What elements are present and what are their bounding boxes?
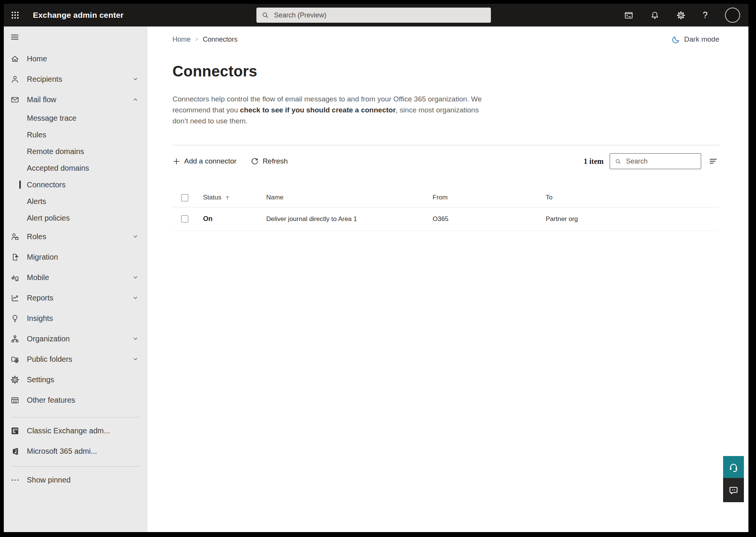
refresh-button[interactable]: Refresh	[251, 157, 288, 165]
list-toolbar: Add a connector Refresh 1 item	[172, 153, 719, 169]
app-launcher-icon	[11, 11, 20, 20]
sidebar-item-public-folders[interactable]: Public folders	[4, 349, 147, 369]
lightbulb-icon	[11, 314, 19, 323]
sidebar-item-remote-domains[interactable]: Remote domains	[4, 143, 147, 160]
chevron-down-icon	[132, 233, 138, 240]
sidebar-item-label: Other features	[27, 396, 75, 405]
column-header-status[interactable]: Status	[203, 194, 266, 201]
sidebar-item-insights[interactable]: Insights	[4, 308, 147, 328]
floating-actions	[723, 456, 744, 502]
sidebar-item-accepted-domains[interactable]: Accepted domains	[4, 160, 147, 176]
page-title: Connectors	[172, 63, 719, 80]
app-window: Exchange admin center ?	[4, 4, 748, 532]
sidebar-item-organization[interactable]: Organization	[4, 328, 147, 349]
chat-bubble-icon	[728, 485, 739, 495]
sidebar-item-label: Classic Exchange adm...	[27, 426, 110, 435]
add-connector-button[interactable]: Add a connector	[172, 157, 236, 165]
settings-button[interactable]	[677, 11, 685, 20]
column-header-from[interactable]: From	[433, 194, 546, 201]
list-search-input[interactable]	[625, 157, 697, 166]
column-header-to[interactable]: To	[546, 194, 719, 201]
sidebar-item-label: Mail flow	[27, 95, 56, 104]
main-content: Home Connectors Dark mode Connectors Con…	[147, 26, 748, 532]
row-to: Partner org	[546, 215, 719, 223]
sidebar-item-alerts[interactable]: Alerts	[4, 193, 147, 210]
powershell-button[interactable]	[624, 11, 633, 20]
sidebar-item-connectors[interactable]: Connectors	[4, 176, 147, 193]
mail-icon	[11, 95, 19, 104]
sidebar-item-label: Home	[27, 54, 47, 63]
breadcrumb-home-link[interactable]: Home	[172, 36, 191, 44]
account-avatar[interactable]	[725, 8, 740, 23]
headset-icon	[728, 462, 739, 472]
sidebar-item-settings[interactable]: Settings	[4, 369, 147, 390]
sidebar-item-recipients[interactable]: Recipients	[4, 69, 147, 89]
office-logo-icon	[11, 447, 19, 456]
support-button[interactable]	[723, 456, 744, 478]
sidebar-item-rules[interactable]: Rules	[4, 126, 147, 143]
select-all-checkbox[interactable]	[181, 194, 188, 201]
column-header-label: Status	[203, 194, 221, 201]
sidebar-item-other-features[interactable]: Other features	[4, 390, 147, 410]
person-badge-icon	[11, 232, 19, 241]
sidebar-item-label: Alerts	[27, 197, 46, 206]
document-arrow-icon	[11, 253, 19, 261]
sidebar-item-message-trace[interactable]: Message trace	[4, 110, 147, 126]
sort-ascending-icon	[225, 195, 230, 201]
row-status: On	[203, 215, 266, 223]
sidebar-item-label: Roles	[27, 232, 46, 241]
sidebar-item-mobile[interactable]: Mobile	[4, 267, 147, 288]
add-connector-label: Add a connector	[184, 157, 236, 165]
top-bar: Exchange admin center ?	[4, 4, 748, 26]
sidebar-item-label: Insights	[27, 314, 53, 323]
create-connector-check-link[interactable]: check to see if you should create a conn…	[240, 106, 396, 114]
sidebar-item-alert-policies[interactable]: Alert policies	[4, 210, 147, 226]
help-button[interactable]: ?	[703, 11, 708, 20]
search-icon	[262, 11, 269, 19]
item-count: 1 item	[584, 157, 604, 166]
dark-mode-toggle[interactable]: Dark mode	[672, 35, 719, 44]
sidebar-item-migration[interactable]: Migration	[4, 247, 147, 267]
sidebar-item-label: Connectors	[27, 181, 65, 189]
sidebar-item-classic-exchange[interactable]: Classic Exchange adm...	[4, 420, 147, 441]
chevron-down-icon	[132, 76, 138, 82]
sidebar-item-label: Public folders	[27, 355, 72, 364]
sidebar-item-home[interactable]: Home	[4, 48, 147, 69]
app-launcher-button[interactable]	[4, 4, 26, 26]
row-checkbox[interactable]	[181, 215, 188, 223]
global-search-input[interactable]	[273, 11, 486, 20]
chevron-up-icon	[132, 97, 138, 103]
sidebar-item-mail-flow[interactable]: Mail flow	[4, 89, 147, 110]
sidebar-item-label: Remote domains	[27, 147, 84, 156]
org-chart-icon	[11, 335, 19, 343]
ellipsis-icon	[11, 476, 19, 484]
sidebar-item-reports[interactable]: Reports	[4, 288, 147, 308]
sidebar-item-show-pinned[interactable]: Show pinned	[4, 470, 147, 490]
sort-lines-icon	[708, 157, 719, 166]
moon-icon	[672, 35, 680, 44]
page-description: Connectors help control the flow of emai…	[172, 93, 496, 126]
gear-icon	[11, 375, 19, 384]
sidebar-divider	[11, 417, 140, 417]
breadcrumb-current: Connectors	[203, 36, 238, 44]
sidebar-item-roles[interactable]: Roles	[4, 226, 147, 247]
sidebar-nav: Home Recipients Mail flow Message trace …	[4, 26, 147, 532]
table-row[interactable]: On Deliver journal directly to Area 1 O3…	[172, 207, 719, 231]
bell-icon	[650, 11, 659, 20]
table-header-row: Status Name From To	[172, 188, 719, 207]
sidebar-item-microsoft-365-admin[interactable]: Microsoft 365 admi...	[4, 441, 147, 461]
sidebar-item-label: Migration	[27, 253, 58, 261]
chevron-down-icon	[132, 336, 138, 342]
notifications-button[interactable]	[650, 11, 659, 20]
sidebar-item-label: Message trace	[27, 114, 76, 123]
chevron-down-icon	[132, 356, 138, 362]
feedback-button[interactable]	[723, 478, 744, 502]
person-icon	[11, 75, 19, 84]
dark-mode-label: Dark mode	[684, 35, 719, 44]
sidebar-item-label: Settings	[27, 375, 54, 384]
nav-collapse-button[interactable]	[4, 30, 147, 45]
sidebar-item-label: Reports	[27, 294, 53, 302]
column-header-name[interactable]: Name	[266, 194, 433, 201]
chevron-down-icon	[132, 295, 138, 301]
sort-filter-button[interactable]	[708, 156, 719, 166]
